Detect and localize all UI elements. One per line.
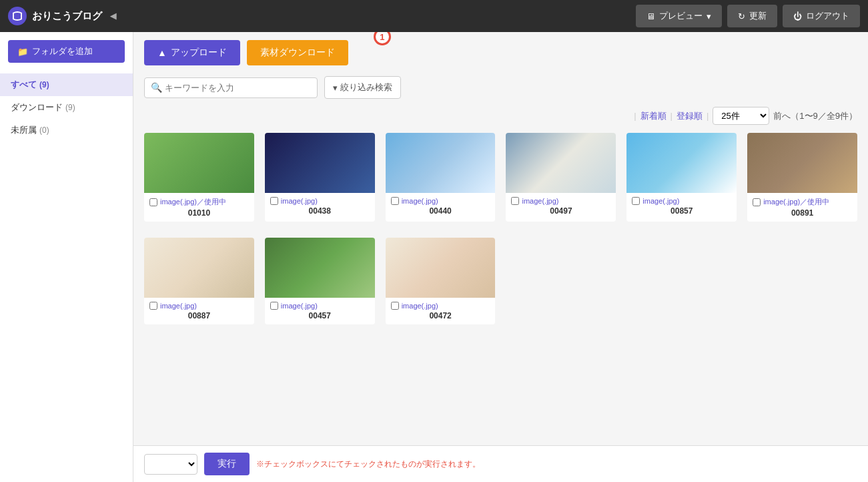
sidebar-item-unassigned[interactable]: 未所属 (0) (0, 119, 133, 142)
image-item-00891[interactable]: image(.jpg)／使用中 00891 (747, 133, 857, 222)
image-checkbox-00887[interactable] (149, 302, 157, 310)
sort-bar: | 新着順 | 登録順 | 25件 50件 100件 前へ（1〜9／全9件） (144, 107, 857, 125)
sidebar-item-download[interactable]: ダウンロード (9) (0, 96, 133, 119)
sort-reg-link[interactable]: 登録順 (677, 110, 703, 122)
filter-icon: ▾ (333, 83, 338, 93)
logo-icon (8, 7, 27, 25)
layout: 📁 フォルダを追加 すべて (9) ダウンロード (9) 未所属 (0) ▲ ア… (0, 32, 868, 482)
image-item-00472[interactable]: image(.jpg) 00472 (386, 238, 496, 324)
image-id-00472: 00472 (391, 311, 490, 320)
image-label: image(.jpg) (391, 197, 490, 205)
logout-icon: ⏻ (793, 11, 802, 21)
pagination-info: 前へ（1〜9／全9件） (773, 110, 857, 122)
image-checkbox-01010[interactable] (149, 198, 157, 206)
image-label: image(.jpg) (632, 197, 731, 205)
image-info: image(.jpg)／使用中 00891 (747, 193, 857, 222)
image-id-00857: 00857 (632, 206, 731, 216)
page-count-select[interactable]: 25件 50件 100件 (713, 107, 769, 125)
image-thumbnail (626, 133, 737, 193)
sidebar-item-all[interactable]: すべて (9) (0, 73, 133, 96)
refresh-icon: ↻ (738, 11, 745, 21)
execute-button[interactable]: 実行 (204, 453, 250, 475)
refresh-button[interactable]: ↻ 更新 (727, 5, 777, 27)
logout-button[interactable]: ⏻ ログアウト (783, 5, 860, 27)
bottom-action-select[interactable] (144, 454, 197, 475)
upload-button[interactable]: ▲ アップロード (144, 40, 240, 65)
image-item-00857[interactable]: image(.jpg) 00857 (626, 133, 737, 222)
image-thumbnail (386, 133, 496, 193)
image-item-00887[interactable]: image(.jpg) 00887 (144, 238, 254, 324)
upload-icon: ▲ (157, 47, 167, 58)
image-item-00497[interactable]: image(.jpg) 00497 (506, 133, 616, 222)
image-grid-row1: image(.jpg)／使用中 01010 image(.jpg) 00438 … (144, 133, 857, 222)
image-label: image(.jpg) (391, 302, 490, 310)
image-label: image(.jpg) (270, 302, 370, 310)
header: おりこうブログ ◀ 🖥 プレビュー ▾ ↻ 更新 ⏻ ログアウト (0, 0, 868, 32)
image-id-00497: 00497 (511, 206, 610, 216)
image-thumbnail (144, 238, 254, 298)
image-item-00440[interactable]: image(.jpg) 00440 (386, 133, 496, 222)
image-label: image(.jpg) (149, 302, 249, 310)
sidebar-item-label-unassigned: 未所属 (11, 124, 37, 136)
image-label: image(.jpg)／使用中 (149, 197, 249, 207)
header-arrow: ◀ (110, 11, 116, 21)
sidebar-item-label-download: ダウンロード (11, 101, 63, 113)
image-id-01010: 01010 (149, 208, 249, 218)
image-label: image(.jpg) (511, 197, 610, 205)
sidebar: 📁 フォルダを追加 すべて (9) ダウンロード (9) 未所属 (0) (0, 32, 133, 482)
search-input[interactable] (144, 77, 318, 98)
image-info: image(.jpg) 00440 (386, 193, 496, 220)
preview-button[interactable]: 🖥 プレビュー ▾ (636, 5, 722, 27)
image-thumbnail (506, 133, 616, 193)
image-info: image(.jpg) 00497 (506, 193, 616, 220)
image-id-00887: 00887 (149, 311, 249, 320)
image-checkbox-00857[interactable] (632, 197, 640, 205)
execute-note: ※チェックボックスにてチェックされたものが実行されます。 (256, 459, 480, 470)
image-id-00457: 00457 (270, 311, 370, 320)
image-checkbox-00472[interactable] (391, 302, 399, 310)
sidebar-item-label-all: すべて (11, 79, 37, 91)
sort-new-link[interactable]: 新着順 (640, 110, 667, 122)
download-material-button[interactable]: 素材ダウンロード (247, 40, 348, 65)
search-icon: 🔍 (151, 82, 162, 93)
sidebar-item-count-unassigned: (0) (39, 126, 49, 135)
image-checkbox-00497[interactable] (511, 197, 519, 205)
sidebar-item-count-all: (9) (39, 80, 49, 89)
image-checkbox-00438[interactable] (270, 197, 278, 205)
image-id-00891: 00891 (753, 208, 852, 218)
image-info: image(.jpg) 00457 (265, 298, 375, 324)
image-item-01010[interactable]: image(.jpg)／使用中 01010 (144, 133, 254, 222)
image-thumbnail (265, 238, 375, 298)
image-info: image(.jpg)／使用中 01010 (144, 193, 254, 222)
app-title: おりこうブログ (32, 10, 102, 23)
app-logo: おりこうブログ ◀ (8, 7, 116, 25)
image-info: image(.jpg) 00472 (386, 298, 496, 324)
folder-add-icon: 📁 (17, 47, 28, 57)
filter-button[interactable]: ▾ 絞り込み検索 (324, 76, 401, 99)
add-folder-button[interactable]: 📁 フォルダを追加 (8, 40, 125, 63)
image-thumbnail (747, 133, 857, 193)
image-grid-row2: image(.jpg) 00887 image(.jpg) 00457 imag… (144, 238, 857, 324)
action-bar: ▲ アップロード 1 素材ダウンロード (144, 40, 857, 65)
image-label: image(.jpg)／使用中 (753, 197, 852, 207)
image-id-00438: 00438 (270, 206, 370, 216)
main-content: ▲ アップロード 1 素材ダウンロード 🔍 ▾ 絞り込み検索 (133, 32, 868, 482)
sidebar-item-count-download: (9) (65, 103, 75, 112)
image-checkbox-00457[interactable] (270, 302, 278, 310)
image-label: image(.jpg) (270, 197, 370, 205)
header-buttons: 🖥 プレビュー ▾ ↻ 更新 ⏻ ログアウト (636, 5, 860, 27)
search-input-wrapper: 🔍 (144, 77, 318, 98)
image-item-00457[interactable]: image(.jpg) 00457 (265, 238, 375, 324)
bottom-bar: 実行 ※チェックボックスにてチェックされたものが実行されます。 (133, 445, 868, 482)
image-thumbnail (265, 133, 375, 193)
image-checkbox-00891[interactable] (753, 198, 761, 206)
image-checkbox-00440[interactable] (391, 197, 399, 205)
image-thumbnail (386, 238, 496, 298)
image-id-00440: 00440 (391, 206, 490, 216)
image-info: image(.jpg) 00887 (144, 298, 254, 324)
image-thumbnail (144, 133, 254, 193)
image-info: image(.jpg) 00857 (626, 193, 737, 220)
chevron-down-icon: ▾ (707, 11, 711, 21)
image-item-00438[interactable]: image(.jpg) 00438 (265, 133, 375, 222)
monitor-icon: 🖥 (646, 11, 655, 21)
